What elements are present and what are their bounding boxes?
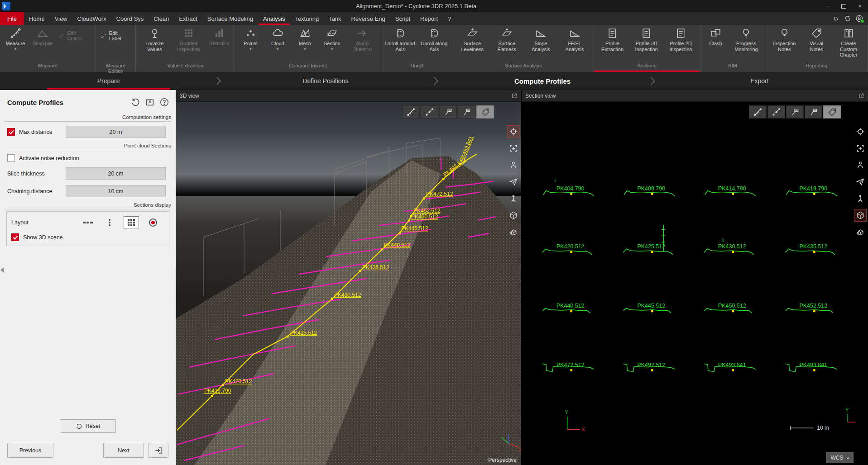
- 3d-scene[interactable]: PK419.790 PK420.512 PK425.512 PK430.512 …: [176, 102, 521, 465]
- label-tag-icon[interactable]: [823, 105, 841, 119]
- menu-item-cloudworx[interactable]: CloudWorx: [72, 12, 111, 25]
- maximize-button[interactable]: [835, 0, 852, 12]
- edit-colors-button[interactable]: Edit Colors: [56, 29, 94, 42]
- rotate-view-icon[interactable]: [854, 226, 867, 238]
- measure-path-icon[interactable]: [767, 105, 785, 119]
- show-3d-scene-checkbox[interactable]: [11, 233, 19, 241]
- unroll-along-axis-button[interactable]: Unroll along Axis: [417, 25, 451, 52]
- measure-distance-icon[interactable]: [402, 105, 420, 119]
- minimize-button[interactable]: [819, 0, 835, 12]
- max-distance-checkbox[interactable]: [7, 128, 15, 136]
- workflow-step-compute-profiles[interactable]: Compute Profiles: [434, 72, 651, 90]
- slice-thickness-input[interactable]: 20 cm: [66, 167, 166, 180]
- annotation-alt-icon[interactable]: [458, 105, 475, 119]
- menu-item-file[interactable]: File: [0, 12, 24, 25]
- fffl-analysis-button[interactable]: FF/FL Analysis: [558, 25, 592, 52]
- section-scene[interactable]: PK404.790 PK409.790 PK414.790 PK419.790 …: [522, 102, 868, 465]
- menu-item-extract[interactable]: Extract: [174, 12, 202, 25]
- section-button[interactable]: Section▾: [318, 25, 345, 51]
- annotation-icon[interactable]: [786, 105, 804, 119]
- menu-item-tank[interactable]: Tank: [324, 12, 346, 25]
- surface-flatness-button[interactable]: Surface Flatness: [489, 25, 524, 52]
- layout-grid-button[interactable]: [124, 216, 139, 228]
- fit-view-icon[interactable]: [854, 142, 867, 155]
- wcs-selector[interactable]: WCS ▴: [826, 452, 854, 463]
- profile-extraction-button[interactable]: Profile Extraction: [596, 25, 629, 52]
- notifications-icon[interactable]: [832, 14, 840, 23]
- center-view-icon[interactable]: [507, 125, 520, 138]
- menu-item-coord-sys[interactable]: Coord Sys: [111, 12, 149, 25]
- measure-distance-icon[interactable]: [749, 105, 767, 119]
- open-in-window-icon[interactable]: [144, 96, 156, 108]
- gridded-inspection-button[interactable]: Gridded Inspection: [171, 25, 206, 52]
- menu-item-reverse-eng[interactable]: Reverse Eng: [346, 12, 390, 25]
- inspection-notes-button[interactable]: Inspection Notes: [767, 25, 801, 52]
- projection-label[interactable]: Perspective: [488, 457, 517, 463]
- fit-view-icon[interactable]: [507, 142, 520, 155]
- menu-item-view[interactable]: View: [50, 12, 72, 25]
- popout-icon[interactable]: [511, 93, 518, 99]
- history-reset-icon[interactable]: [129, 96, 141, 108]
- layout-single-button[interactable]: [145, 216, 161, 228]
- workflow-step-prepare[interactable]: Prepare: [0, 72, 217, 90]
- menu-item-help[interactable]: ?: [443, 12, 456, 25]
- previous-button[interactable]: Previous: [7, 443, 53, 458]
- along-direction-button[interactable]: Along Direction: [345, 25, 379, 52]
- visual-notes-button[interactable]: Visual Notes: [801, 25, 831, 52]
- clash-button[interactable]: Clash: [702, 25, 729, 47]
- workflow-step-export[interactable]: Export: [651, 72, 868, 90]
- account-icon[interactable]: [855, 14, 863, 23]
- cloud-button[interactable]: Cloud▾: [264, 25, 291, 51]
- profile-3d-inspection-button[interactable]: Profile 3D Inspection: [629, 25, 664, 52]
- annotation-alt-icon[interactable]: [805, 105, 822, 119]
- menu-item-clean[interactable]: Clean: [149, 12, 174, 25]
- menu-item-home[interactable]: Home: [24, 12, 50, 25]
- label-tag-icon[interactable]: [476, 105, 494, 119]
- fly-view-icon[interactable]: [854, 176, 867, 188]
- layout-vertical-button[interactable]: [102, 216, 117, 228]
- center-view-icon[interactable]: [854, 125, 867, 138]
- menu-item-script[interactable]: Script: [390, 12, 415, 25]
- workflow-step-define-positions[interactable]: Define Positions: [217, 72, 434, 90]
- go-to-next-step-button[interactable]: [149, 443, 168, 458]
- popout-icon[interactable]: [858, 93, 864, 99]
- measure-path-icon[interactable]: [421, 105, 438, 119]
- menu-item-report[interactable]: Report: [415, 12, 443, 25]
- noise-reduction-checkbox[interactable]: [7, 154, 15, 162]
- menu-item-analysis[interactable]: Analysis: [258, 12, 290, 25]
- cube-view-icon[interactable]: [854, 209, 867, 222]
- tripod-view-icon[interactable]: [507, 192, 520, 205]
- rotate-view-icon[interactable]: [507, 226, 520, 238]
- slope-analysis-button[interactable]: Slope Analysis: [524, 25, 557, 52]
- reset-button[interactable]: Reset: [60, 419, 116, 433]
- stockpile-button[interactable]: Stockpile: [29, 25, 56, 47]
- edit-label-button[interactable]: Edit Label: [98, 29, 134, 42]
- help-icon[interactable]: [158, 96, 170, 108]
- cube-view-icon[interactable]: [507, 209, 520, 222]
- sync-icon[interactable]: [844, 14, 852, 23]
- tripod-view-icon[interactable]: [854, 192, 867, 205]
- points-button[interactable]: Points▾: [237, 25, 264, 51]
- create-custom-chapter-button[interactable]: Create Custom Chapter: [831, 25, 866, 58]
- menu-item-surface-modeling[interactable]: Surface Modeling: [202, 12, 258, 25]
- localize-values-button[interactable]: Localize Values: [138, 25, 171, 52]
- panel-collapse-handle[interactable]: [0, 267, 4, 273]
- mesh-button[interactable]: Mesh▾: [291, 25, 318, 51]
- unroll-around-axis-button[interactable]: Unroll around Axis: [383, 25, 417, 52]
- walk-view-icon[interactable]: [507, 159, 520, 171]
- menubar-right: [832, 12, 868, 25]
- fly-view-icon[interactable]: [507, 176, 520, 188]
- surface-levelness-button[interactable]: Surface Levelness: [455, 25, 489, 52]
- profile-2d-inspection-button[interactable]: Profile 2D Inspection: [664, 25, 698, 52]
- layout-horizontal-button[interactable]: [80, 216, 96, 228]
- close-button[interactable]: ×: [852, 0, 868, 12]
- statistics-button[interactable]: Statistics: [206, 25, 233, 47]
- progress-monitoring-button[interactable]: Progress Monitoring: [729, 25, 763, 52]
- max-distance-input[interactable]: 20 m: [66, 126, 166, 138]
- menu-item-texturing[interactable]: Texturing: [290, 12, 324, 25]
- walk-view-icon[interactable]: [854, 159, 867, 171]
- annotation-icon[interactable]: [439, 105, 457, 119]
- next-button[interactable]: Next: [103, 443, 144, 458]
- chaining-distance-input[interactable]: 10 cm: [66, 185, 166, 197]
- measure-button[interactable]: Measure▾: [2, 25, 29, 51]
